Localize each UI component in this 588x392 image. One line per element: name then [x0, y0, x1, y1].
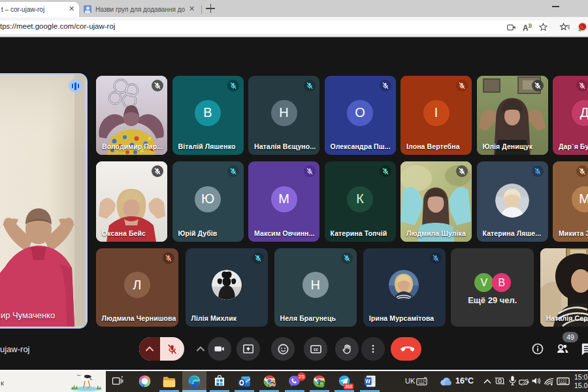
svg-text:cc: cc [313, 347, 318, 351]
